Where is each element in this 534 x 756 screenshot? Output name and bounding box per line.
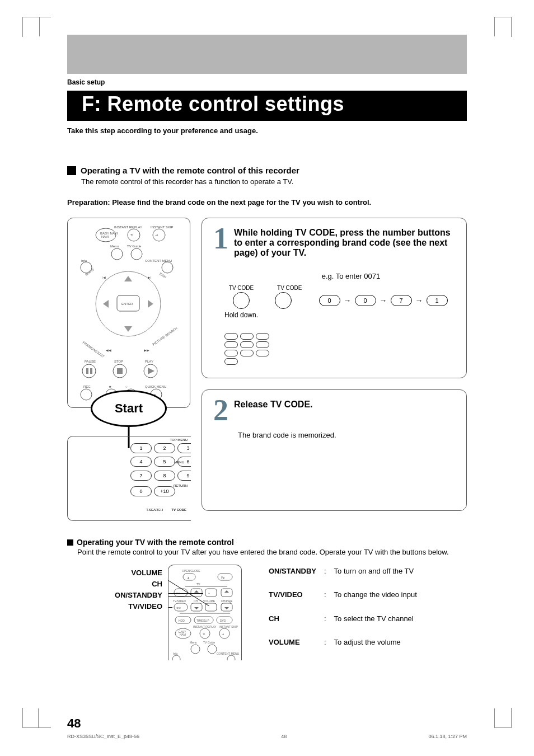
svg-rect-39 [205,589,217,597]
menu-label: Menu [110,245,119,248]
table-volume-label: VOLUME [265,637,320,659]
digit-9: 9 [177,471,191,481]
svg-text:○: ○ [125,385,128,388]
volume-callout-label: VOLUME [67,567,162,579]
ch-callout-label: CH [67,579,162,590]
svg-text:NAVI: NAVI [101,235,109,238]
play-label: PLAY [145,360,153,363]
arrow-icon: → [344,296,352,305]
tv-remote-diagram: OPEN/CLOSE ▲ I/φ TV ⊕⊖ + TV/VIDEO CH VO [168,565,242,660]
quick-menu-label: QUICK MENU [145,385,166,388]
remote-diagram-keypad: TOP MENU MENU RETURN T.SEARCH TV CODE 12… [67,436,191,521]
svg-text:Info: Info [173,652,178,655]
digit-4: 4 [130,457,152,467]
mini-keypad-diagram [224,333,455,365]
svg-point-24 [81,389,92,400]
svg-text:TV: TV [196,583,200,586]
tv-code-hold-diagram: TV CODE Hold down. [224,285,258,319]
enter-label: ENTER [121,302,133,306]
step-2-title: Release TV CODE. [234,400,455,410]
section-label: Basic setup [67,78,467,86]
digit-1: 1 [130,443,152,453]
svg-rect-17 [86,368,88,374]
digit-entry-2: 0 [355,295,376,306]
svg-text:OPEN/CLOSE: OPEN/CLOSE [182,569,200,572]
digit-entry-1: 0 [319,295,340,306]
picture-search-label: PICTURE SEARCH [152,326,178,346]
svg-point-71 [208,645,217,654]
start-callout: Start [91,390,167,427]
arrow-icon: → [380,296,387,305]
instant-replay-label: INSTANT REPLAY [114,226,142,229]
svg-point-70 [191,645,200,654]
svg-point-66 [219,628,229,638]
pause-label: PAUSE [85,360,96,363]
table-on-standby-desc: To turn on and off the TV [331,566,420,588]
table-ch-label: CH [265,613,320,636]
svg-text:Menu: Menu [190,641,197,644]
svg-text:DVD: DVD [220,619,226,622]
svg-rect-32 [218,574,232,580]
svg-text:▶▶: ▶▶ [144,349,149,352]
footer-right: 06.1.18, 1:27 PM [428,734,467,739]
tv-video-callout-label: TV/VIDEO [67,601,162,612]
header-grey-band [67,35,467,74]
page-title: F: Remote control settings [67,91,467,121]
step-1-box: 1 While holding TV CODE, press the numbe… [202,218,467,378]
intro-text: Take this step according to your prefere… [67,126,467,135]
svg-text:⇥: ⇥ [155,233,158,237]
tsearch-label: T.SEARCH [146,508,163,511]
svg-rect-18 [90,368,92,374]
svg-point-64 [200,628,210,638]
digit-3: 3 [177,443,191,453]
svg-point-2 [128,229,140,241]
step-1-example: e.g. To enter 0071 [247,272,455,280]
svg-text:INSTANT SKIP: INSTANT SKIP [219,625,238,628]
digit-entry-4: 1 [427,295,448,306]
digit-2: 2 [154,443,175,453]
tv-guide-label: TV Guide [127,245,142,248]
svg-text:HDD: HDD [179,619,185,622]
page-number: 48 [67,716,81,731]
svg-text:⟲: ⟲ [203,632,205,636]
digit-8: 8 [154,471,175,481]
digit-plus10: +10 [154,486,175,496]
svg-text:VOLUME: VOLUME [203,599,216,603]
svg-text:CH/Page: CH/Page [221,599,233,603]
step-1-title: While holding TV CODE, press the number … [234,228,455,258]
instant-skip-label: INSTANT SKIP [151,226,173,229]
svg-point-74 [172,655,180,660]
svg-text:⊕⊖: ⊕⊖ [176,606,181,609]
svg-text:⟲: ⟲ [130,233,133,237]
step-1-number: 1 [213,227,228,251]
svg-text:I/φ: I/φ [221,576,225,579]
tv-code-small-label: TV CODE [277,285,302,291]
footer-line: RD-XS35SU/SC_Inst_E_p48-56 48 06.1.18, 1… [67,734,467,739]
svg-point-6 [111,248,123,260]
preparation-text: Preparation: Please find the brand code … [67,198,467,206]
tv-code-label: TV CODE [171,508,186,511]
svg-text:INSTANT REPLAY: INSTANT REPLAY [193,625,217,628]
svg-text:+: + [208,591,210,595]
svg-text:CONTENT MENU: CONTENT MENU [217,652,240,655]
svg-text:TV/VIDEO: TV/VIDEO [173,599,186,603]
footer-center: 48 [281,734,287,739]
rec-label: REC [83,385,91,388]
step-2-desc: The brand code is memorized. [238,431,455,439]
table-ch-desc: To select the TV channel [331,613,420,636]
heading-bullet [67,166,76,175]
subsection-desc: The remote control of this recorder has … [81,177,467,186]
svg-text:NAVI: NAVI [180,633,186,636]
svg-point-16 [82,364,96,378]
arrow-icon: → [415,296,423,305]
function-table: ON/STANDBY:To turn on and off the TV TV/… [264,565,421,660]
slow-label: SLOW [85,268,95,276]
bottom-heading: Operating your TV with the remote contro… [77,538,234,547]
digit-5: 5 [154,457,175,467]
table-tv-video-desc: To change the video input [331,589,420,612]
step-2-box: 2 Release TV CODE. The brand code is mem… [202,389,467,511]
svg-point-7 [131,248,142,260]
table-tv-video-label: TV/VIDEO [265,589,320,612]
on-standby-callout-label: ON/STANDBY [67,590,162,601]
table-on-standby-label: ON/STANDBY [265,566,320,588]
